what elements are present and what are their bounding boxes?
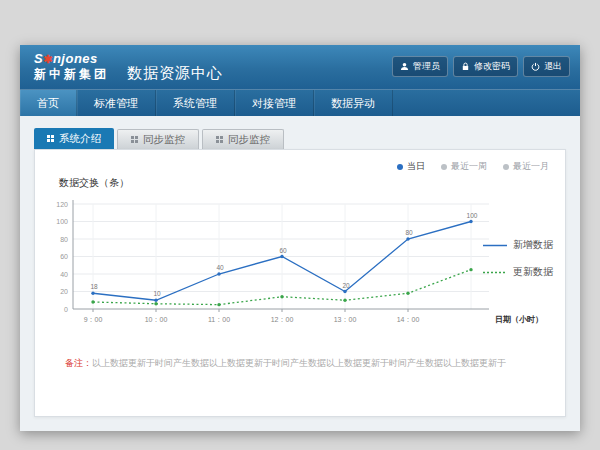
svg-text:14：00: 14：00 — [397, 316, 420, 323]
grid-icon — [131, 136, 138, 143]
nav-item-system-mgmt[interactable]: 系统管理 — [156, 90, 235, 116]
svg-text:20: 20 — [60, 288, 68, 295]
filter-label: 最近一周 — [451, 160, 487, 173]
dot-icon — [441, 164, 447, 170]
logo: S✱njones 新中新集团 — [34, 52, 109, 82]
logout-button-label: 退出 — [544, 60, 562, 73]
content-area: 系统介绍 同步监控 同步监控 当日 — [20, 116, 580, 431]
admin-button[interactable]: 管理员 — [392, 56, 448, 77]
svg-text:13：00: 13：00 — [334, 316, 357, 323]
legend-label: 更新数据 — [513, 265, 553, 279]
page-title: 数据资源中心 — [127, 52, 223, 83]
dot-icon — [503, 164, 509, 170]
svg-text:60: 60 — [279, 247, 287, 254]
y-axis-title: 数据交换（条） — [59, 176, 129, 190]
filter-today[interactable]: 当日 — [397, 160, 425, 173]
filter-last-month[interactable]: 最近一月 — [503, 160, 549, 173]
footnote: 备注：以上数据更新于时间产生数据以上数据更新于时间产生数据以上数据更新于时间产生… — [65, 357, 551, 370]
footnote-text: 以上数据更新于时间产生数据以上数据更新于时间产生数据以上数据更新于时间产生数据以… — [92, 358, 506, 368]
nav-item-home[interactable]: 首页 — [20, 90, 77, 116]
svg-text:0: 0 — [64, 306, 68, 313]
change-password-label: 修改密码 — [474, 60, 510, 73]
svg-text:11：00: 11：00 — [208, 316, 230, 323]
svg-text:80: 80 — [60, 236, 68, 243]
svg-text:20: 20 — [342, 282, 350, 289]
svg-text:18: 18 — [90, 283, 98, 290]
nav-item-data-change[interactable]: 数据异动 — [314, 90, 393, 116]
dot-icon — [397, 164, 403, 170]
nav-item-standard-mgmt[interactable]: 标准管理 — [77, 90, 156, 116]
lock-icon — [461, 62, 470, 71]
header-actions: 管理员 修改密码 退出 — [392, 56, 570, 77]
legend-updated-data[interactable]: 更新数据 — [483, 265, 553, 279]
logout-button[interactable]: 退出 — [523, 56, 570, 77]
main-nav: 首页 标准管理 系统管理 对接管理 数据异动 — [20, 89, 580, 116]
series-legend: 新增数据 更新数据 — [483, 238, 553, 279]
svg-text:40: 40 — [216, 264, 224, 271]
filter-last-week[interactable]: 最近一周 — [441, 160, 487, 173]
tab-label: 系统介绍 — [59, 128, 101, 149]
svg-text:120: 120 — [56, 201, 68, 208]
svg-text:12：00: 12：00 — [271, 316, 294, 323]
svg-text:100: 100 — [56, 218, 68, 225]
range-filters: 当日 最近一周 最近一月 — [397, 160, 549, 173]
tab-sync-monitor-2[interactable]: 同步监控 — [202, 129, 284, 149]
legend-label: 新增数据 — [513, 238, 553, 252]
logo-brand: S✱njones — [34, 52, 109, 67]
footnote-label: 备注： — [65, 358, 92, 368]
line-sample-solid — [483, 242, 507, 249]
svg-text:40: 40 — [60, 271, 68, 278]
grid-icon — [47, 135, 54, 142]
svg-text:9：00: 9：00 — [84, 316, 103, 323]
line-sample-dotted — [483, 269, 507, 276]
svg-text:100: 100 — [467, 212, 478, 219]
svg-text:60: 60 — [60, 253, 68, 260]
app-window: S✱njones 新中新集团 数据资源中心 管理员 修改密码 退出 — [20, 45, 580, 431]
filter-label: 最近一月 — [513, 160, 549, 173]
svg-text:10: 10 — [153, 290, 161, 297]
logout-icon — [531, 62, 540, 71]
tab-sync-monitor-1[interactable]: 同步监控 — [117, 129, 199, 149]
app-header: S✱njones 新中新集团 数据资源中心 管理员 修改密码 退出 — [20, 45, 580, 89]
legend-new-data[interactable]: 新增数据 — [483, 238, 553, 252]
grid-icon — [216, 136, 223, 143]
change-password-button[interactable]: 修改密码 — [453, 56, 518, 77]
tab-bar: 系统介绍 同步监控 同步监控 — [34, 128, 566, 149]
chart-panel: 当日 最近一周 最近一月 数据交换（条） 0204060801001209：00… — [34, 149, 566, 417]
tab-label: 同步监控 — [228, 130, 270, 149]
logo-subtitle: 新中新集团 — [34, 68, 109, 82]
tab-label: 同步监控 — [143, 130, 185, 149]
nav-item-connect-mgmt[interactable]: 对接管理 — [235, 90, 314, 116]
filter-label: 当日 — [407, 160, 425, 173]
svg-text:80: 80 — [405, 229, 413, 236]
tab-system-intro[interactable]: 系统介绍 — [34, 128, 114, 149]
svg-text:日期（小时）: 日期（小时） — [495, 315, 543, 324]
admin-button-label: 管理员 — [413, 60, 440, 73]
user-icon — [400, 62, 409, 71]
logo-star-icon: ✱ — [43, 53, 53, 65]
svg-text:10：00: 10：00 — [145, 316, 168, 323]
